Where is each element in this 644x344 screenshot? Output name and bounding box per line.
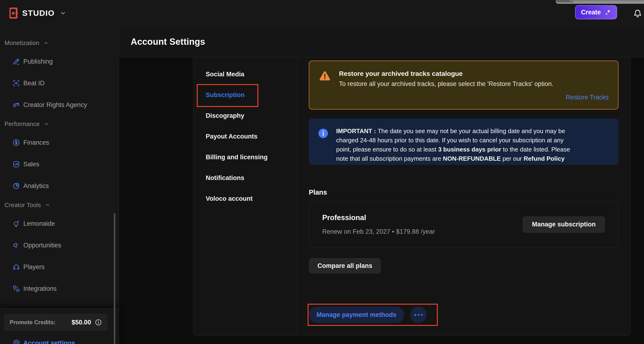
scales-icon xyxy=(12,101,20,109)
sidebar-item-label: Publishing xyxy=(23,58,53,65)
sidebar-item-label: Analytics xyxy=(23,182,49,190)
browser-overlay-artifact xyxy=(556,0,644,4)
sidebar-item-label: Players xyxy=(23,263,44,271)
beat-id-scan-icon xyxy=(12,79,20,87)
info-filled-icon xyxy=(318,128,328,139)
gear-icon xyxy=(12,339,20,344)
top-navbar: ★ STUDIO Create xyxy=(0,0,644,26)
plan-renewal: Renew on Feb 23, 2027 • $179.88 /year xyxy=(322,228,435,235)
warning-triangle-icon xyxy=(318,69,332,83)
promote-credits-card: Promote Credits: $50.00 xyxy=(4,314,108,331)
sidebar-item-analytics[interactable]: Analytics xyxy=(0,178,119,194)
sidebar-scrollbar[interactable] xyxy=(114,213,115,344)
integrations-icon xyxy=(12,285,20,293)
current-plan-card: Professional Renew on Feb 23, 2027 • $17… xyxy=(309,201,618,248)
page-title: Account Settings xyxy=(131,37,205,47)
settings-nav-payout-accounts[interactable]: Payout Accounts xyxy=(193,131,297,142)
plan-name: Professional xyxy=(322,213,435,222)
manage-subscription-button[interactable]: Manage subscription xyxy=(522,216,605,233)
notifications-bell-icon[interactable] xyxy=(632,7,643,19)
sidebar-item-publishing[interactable]: Publishing xyxy=(0,53,119,70)
subscription-content: Restore your archived tracks catalogue T… xyxy=(297,57,630,336)
sidebar-section-monetization[interactable]: Monetization xyxy=(4,38,119,48)
manage-payment-methods-button[interactable]: Manage payment methods xyxy=(309,307,404,323)
sidebar-item-label: Account settings xyxy=(23,340,75,344)
promote-credits-label: Promote Credits: xyxy=(10,319,56,326)
compare-all-plans-button[interactable]: Compare all plans xyxy=(309,258,381,274)
sidebar-item-lemonaide[interactable]: Lemonaide xyxy=(0,215,119,232)
sidebar-section-label: Monetization xyxy=(4,39,39,47)
promote-credits-value: $50.00 xyxy=(72,319,91,326)
sales-chart-icon xyxy=(12,160,20,168)
info-circle-icon[interactable] xyxy=(95,319,102,326)
sidebar-item-creator-rights-agency[interactable]: Creator Rights Agency xyxy=(0,97,119,113)
settings-nav-billing-and-licensing[interactable]: Billing and licensing xyxy=(193,151,297,163)
brand-title: STUDIO xyxy=(22,8,54,18)
sidebar-item-label: Sales xyxy=(23,161,40,168)
sidebar-item-finances[interactable]: Finances xyxy=(0,134,119,151)
ellipsis-icon[interactable] xyxy=(410,307,427,323)
settings-nav-social-media[interactable]: Social Media xyxy=(193,68,297,80)
chevron-up-icon xyxy=(44,202,51,208)
sidebar-item-label: Lemonaide xyxy=(23,220,55,227)
chevron-up-icon xyxy=(43,40,49,46)
sidebar-item-label: Creator Rights Agency xyxy=(23,101,87,109)
payment-actions-row: Manage payment methods xyxy=(309,307,618,323)
beatstars-studio-app: ★ STUDIO Create MonetizationPublishingBe… xyxy=(0,0,644,344)
pen-icon xyxy=(12,57,20,65)
sparkles-icon xyxy=(604,9,611,16)
restore-tracks-link[interactable]: Restore Tracks xyxy=(566,94,608,101)
headphones-icon xyxy=(12,263,20,271)
sidebar-item-label: Beat ID xyxy=(23,80,44,87)
sidebar-item-opportunities[interactable]: Opportunities xyxy=(0,237,119,254)
chevron-down-icon[interactable] xyxy=(60,10,66,16)
settings-nav-subscription[interactable]: Subscription xyxy=(193,89,297,101)
billing-info-text: IMPORTANT : The date you see may not be … xyxy=(336,127,570,165)
sidebar-footer: Promote Credits: $50.00 Account settings xyxy=(0,308,119,344)
sidebar-item-label: Finances xyxy=(23,139,49,146)
create-button[interactable]: Create xyxy=(575,5,617,19)
banner-title: Restore your archived tracks catalogue xyxy=(339,70,554,78)
sidebar-section-label: Creator Tools xyxy=(4,201,41,209)
megaphone-icon xyxy=(12,241,20,249)
sidebar-item-label: Integrations xyxy=(23,285,56,292)
beatstars-logo-icon: ★ xyxy=(10,7,18,19)
pie-chart-icon xyxy=(12,182,20,190)
dollar-circle-icon xyxy=(12,139,20,147)
settings-nav-notifications[interactable]: Notifications xyxy=(193,172,297,184)
page-header: Account Settings xyxy=(119,26,644,57)
chevron-up-icon xyxy=(44,121,50,127)
sidebar-item-sales[interactable]: Sales xyxy=(0,156,119,172)
lemon-icon xyxy=(12,220,20,228)
brand-menu[interactable]: ★ STUDIO xyxy=(10,7,66,19)
sidebar-section-creator-tools[interactable]: Creator Tools xyxy=(4,200,119,210)
billing-info-banner: IMPORTANT : The date you see may not be … xyxy=(309,119,618,165)
sidebar: MonetizationPublishingBeat IDCreator Rig… xyxy=(0,26,119,344)
sidebar-item-integrations[interactable]: Integrations xyxy=(0,280,119,297)
sidebar-section-label: Performance xyxy=(4,120,40,128)
restore-tracks-banner: Restore your archived tracks catalogue T… xyxy=(309,61,618,110)
sidebar-item-players[interactable]: Players xyxy=(0,259,119,275)
banner-body: To restore all your archived tracks, ple… xyxy=(339,80,554,88)
sidebar-section-performance[interactable]: Performance xyxy=(4,119,119,129)
sidebar-item-beat-id[interactable]: Beat ID xyxy=(0,75,119,91)
plans-heading: Plans xyxy=(309,188,618,196)
settings-nav-voloco-account[interactable]: Voloco account xyxy=(193,193,297,204)
settings-nav: Social MediaSubscriptionDiscographyPayou… xyxy=(193,57,297,336)
sidebar-item-account-settings[interactable]: Account settings xyxy=(0,339,75,344)
settings-nav-discography[interactable]: Discography xyxy=(193,110,297,122)
sidebar-item-label: Opportunities xyxy=(23,242,61,249)
account-settings-panel: Social MediaSubscriptionDiscographyPayou… xyxy=(193,57,631,336)
